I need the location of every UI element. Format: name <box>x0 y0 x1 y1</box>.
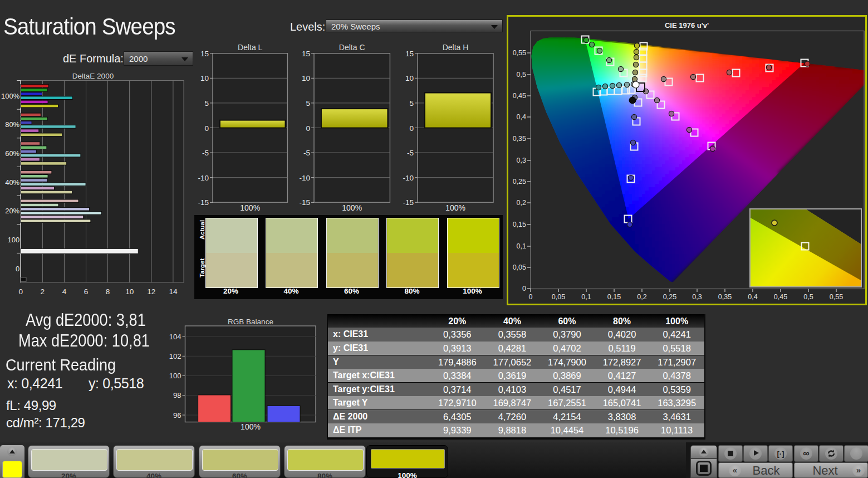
svg-text:0,05: 0,05 <box>552 293 565 301</box>
svg-text:8: 8 <box>106 287 110 296</box>
svg-text:0: 0 <box>529 293 533 301</box>
svg-text:0,3: 0,3 <box>517 157 526 164</box>
svg-text:-5: -5 <box>407 149 414 157</box>
svg-text:Delta C: Delta C <box>339 43 365 52</box>
svg-text:10: 10 <box>200 74 209 82</box>
svg-text:0,15: 0,15 <box>513 221 526 228</box>
svg-text:0,4: 0,4 <box>748 293 757 301</box>
svg-text:15: 15 <box>405 50 414 58</box>
svg-text:14: 14 <box>169 287 178 296</box>
svg-text:4: 4 <box>62 287 67 296</box>
svg-text:80%: 80% <box>5 120 19 129</box>
svg-text:-5: -5 <box>303 149 310 157</box>
svg-text:0,1: 0,1 <box>517 242 526 250</box>
svg-text:0,35: 0,35 <box>513 135 526 143</box>
svg-text:20%: 20% <box>5 207 19 215</box>
svg-text:0: 0 <box>18 287 23 296</box>
svg-text:-5: -5 <box>202 149 209 157</box>
svg-text:DeltaE 2000: DeltaE 2000 <box>72 72 114 80</box>
svg-text:0,25: 0,25 <box>663 293 676 301</box>
svg-text:5: 5 <box>306 99 310 108</box>
svg-text:6: 6 <box>84 287 89 296</box>
svg-text:96: 96 <box>173 411 181 420</box>
svg-text:-10: -10 <box>198 174 209 182</box>
svg-text:Delta L: Delta L <box>238 43 263 52</box>
svg-text:0,5: 0,5 <box>803 293 813 301</box>
svg-text:0,2: 0,2 <box>517 199 526 207</box>
svg-text:10: 10 <box>405 74 414 82</box>
svg-text:0,55: 0,55 <box>513 49 526 57</box>
svg-text:0,45: 0,45 <box>513 92 526 100</box>
svg-text:0,1: 0,1 <box>581 293 591 301</box>
svg-text:-15: -15 <box>403 198 414 207</box>
svg-text:12: 12 <box>147 287 155 296</box>
svg-text:98: 98 <box>173 391 181 399</box>
svg-text:0,5: 0,5 <box>517 71 526 79</box>
svg-text:0,35: 0,35 <box>718 293 732 301</box>
svg-text:0: 0 <box>522 285 526 292</box>
svg-text:Delta H: Delta H <box>443 43 469 52</box>
svg-text:0,45: 0,45 <box>774 293 787 301</box>
svg-text:100: 100 <box>7 236 19 244</box>
svg-text:5: 5 <box>204 99 209 108</box>
svg-text:0: 0 <box>306 124 310 133</box>
svg-text:10: 10 <box>302 74 310 82</box>
svg-text:0,05: 0,05 <box>513 264 526 271</box>
svg-text:100: 100 <box>169 372 182 380</box>
svg-text:100%: 100% <box>445 203 465 212</box>
svg-text:0,4: 0,4 <box>517 113 526 121</box>
svg-text:10: 10 <box>125 287 134 296</box>
svg-text:104: 104 <box>169 333 182 341</box>
svg-text:100%: 100% <box>240 203 260 212</box>
svg-text:0: 0 <box>16 265 19 273</box>
svg-text:0: 0 <box>409 124 414 133</box>
svg-text:100%: 100% <box>241 422 261 431</box>
svg-text:2: 2 <box>41 287 45 296</box>
svg-text:15: 15 <box>200 50 209 58</box>
svg-text:-15: -15 <box>299 198 310 207</box>
svg-text:0,3: 0,3 <box>692 293 702 301</box>
svg-text:0,2: 0,2 <box>637 293 646 301</box>
svg-text:-10: -10 <box>403 174 414 182</box>
svg-text:0,15: 0,15 <box>607 293 621 301</box>
svg-text:-10: -10 <box>299 174 310 182</box>
svg-text:100%: 100% <box>342 203 362 212</box>
svg-text:-15: -15 <box>198 198 209 207</box>
svg-text:5: 5 <box>409 99 414 108</box>
svg-text:60%: 60% <box>5 149 19 158</box>
svg-text:15: 15 <box>302 50 310 58</box>
svg-text:0,25: 0,25 <box>513 178 526 186</box>
svg-text:0: 0 <box>204 124 209 133</box>
svg-text:40%: 40% <box>5 178 19 187</box>
svg-text:0,55: 0,55 <box>830 293 843 301</box>
svg-text:RGB Balance: RGB Balance <box>228 318 273 326</box>
svg-text:102: 102 <box>169 352 182 360</box>
svg-text:100%: 100% <box>1 92 20 100</box>
